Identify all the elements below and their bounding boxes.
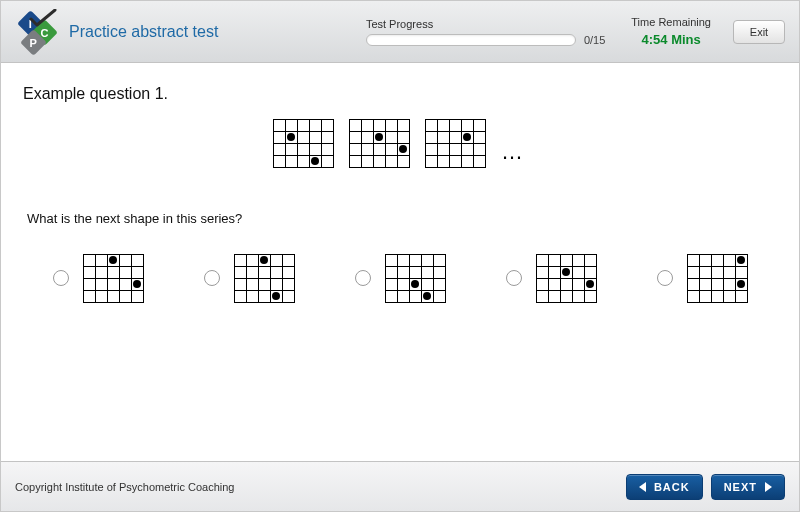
test-frame: { "header": { "title": "Practice abstrac… <box>0 0 800 512</box>
test-title: Practice abstract test <box>69 23 218 41</box>
shape-grid <box>385 254 445 302</box>
next-label: NEXT <box>724 481 757 493</box>
arrow-left-icon <box>639 482 646 492</box>
radio-D[interactable] <box>506 270 522 286</box>
shape-grid <box>536 254 596 302</box>
progress-count: 0/15 <box>584 34 605 46</box>
exit-button[interactable]: Exit <box>733 20 785 44</box>
radio-E[interactable] <box>657 270 673 286</box>
series-row: … <box>23 119 777 167</box>
series-ellipsis: … <box>501 139 527 167</box>
progress-bar <box>366 34 576 46</box>
answer-option-A[interactable] <box>53 254 143 302</box>
footer-bar: Copyright Institute of Psychometric Coac… <box>1 461 799 511</box>
radio-A[interactable] <box>53 270 69 286</box>
time-label: Time Remaining <box>631 16 711 28</box>
back-button[interactable]: BACK <box>626 474 703 500</box>
shape-grid <box>234 254 294 302</box>
question-prompt: What is the next shape in this series? <box>23 211 777 226</box>
checkmark-icon <box>29 9 57 29</box>
next-button[interactable]: NEXT <box>711 474 785 500</box>
content-area: Example question 1. … What is the next s… <box>1 63 799 461</box>
arrow-right-icon <box>765 482 772 492</box>
time-block: Time Remaining 4:54 Mins <box>631 16 711 47</box>
header-bar: I C P Practice abstract test Test Progre… <box>1 1 799 63</box>
shape-grid <box>273 119 333 167</box>
shape-grid <box>687 254 747 302</box>
answer-option-B[interactable] <box>204 254 294 302</box>
question-heading: Example question 1. <box>23 85 777 103</box>
shape-grid <box>349 119 409 167</box>
radio-B[interactable] <box>204 270 220 286</box>
progress-label: Test Progress <box>366 18 433 30</box>
options-row <box>23 254 777 302</box>
answer-option-E[interactable] <box>657 254 747 302</box>
answer-option-C[interactable] <box>355 254 445 302</box>
radio-C[interactable] <box>355 270 371 286</box>
shape-grid <box>83 254 143 302</box>
copyright-text: Copyright Institute of Psychometric Coac… <box>15 481 235 493</box>
time-remaining: 4:54 Mins <box>642 32 701 47</box>
logo: I C P <box>15 11 57 53</box>
shape-grid <box>425 119 485 167</box>
progress-block: Test Progress 0/15 <box>366 18 605 46</box>
back-label: BACK <box>654 481 690 493</box>
answer-option-D[interactable] <box>506 254 596 302</box>
